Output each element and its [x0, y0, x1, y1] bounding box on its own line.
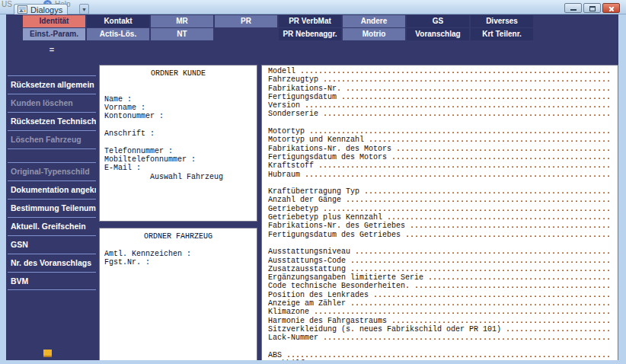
- tab-mr[interactable]: MR: [151, 15, 213, 27]
- sidebar-item-aktuell-greifschein[interactable]: Aktuell. Greifschein: [8, 217, 96, 235]
- detail-line: Getriebetyp plus Kennzahl ..............…: [268, 213, 618, 222]
- field-line: [104, 138, 257, 146]
- field-line: [104, 241, 257, 249]
- detail-line: Klimazone ..............................…: [268, 308, 618, 316]
- detail-line: Anzeige am Zähler ......................…: [268, 299, 618, 308]
- sidebar-item-original-typenschild: Original-Typenschild: [8, 162, 96, 180]
- window-title: Dialogys: [30, 5, 62, 14]
- detail-line: [268, 179, 618, 187]
- detail-line: Hubraum ................................…: [268, 171, 618, 179]
- detail-line: Fertigungsdatum des Getriebes ..........…: [268, 231, 618, 239]
- detail-line: Fabrikations-Nr. des Getriebes .........…: [268, 222, 618, 230]
- detail-line: Ausstattungsniveau .....................…: [268, 247, 618, 256]
- detail-line: Getriebetyp ............................…: [268, 205, 618, 213]
- detail-line: [268, 239, 618, 247]
- field-line: Kontonummer :: [104, 112, 257, 120]
- customer-fields: Name :Vorname :Kontonummer : Anschrift :…: [104, 78, 257, 181]
- status-indicator: [43, 350, 52, 357]
- field-line: [104, 78, 257, 86]
- tab-motrio[interactable]: Motrio: [343, 28, 405, 40]
- detail-line: Sitzverkleidung (s. neues Fabrikschild o…: [268, 325, 618, 334]
- vehicle-details-panel: Modell .................................…: [261, 65, 618, 360]
- field-line: E-Mail :: [104, 164, 257, 172]
- detail-line: Lack-Nummer ............................…: [268, 334, 618, 342]
- tab-row-1: IdentitätKontaktMRPRPR VerbMatAndereGSDi…: [23, 15, 533, 27]
- sidebar-item-nr-des-voranschlags[interactable]: Nr. des Voranschlags: [8, 254, 96, 272]
- detail-line: Harmonie des Fahrgastraums .............…: [268, 317, 618, 325]
- titlebar: US ? Help Dialogys ▼: [0, 0, 626, 14]
- detail-line: [268, 343, 618, 351]
- detail-line: Position des Lenkrades .................…: [268, 291, 618, 299]
- detail-line: Fertigungsdatum ........................…: [268, 93, 618, 101]
- detail-line: Modell .................................…: [268, 67, 618, 75]
- tab-gs[interactable]: GS: [407, 15, 469, 27]
- sidebar-collapse-handle[interactable]: =: [6, 45, 97, 54]
- client-area: IdentitätKontaktMRPRPR VerbMatAndereGSDi…: [6, 14, 618, 360]
- sidebar-item-kunden-loeschen: Kunden löschen: [8, 94, 96, 112]
- vehicle-folder-panel: ORDNER FAHRZEUG Amtl. Kennzeichen :Fgst.…: [99, 228, 257, 360]
- detail-line: Fabrikations-Nr. des Motors ............…: [268, 145, 618, 153]
- field-line: Auswahl Fahrzeug: [104, 173, 257, 181]
- field-line: [104, 121, 257, 129]
- field-line: Fgst.Nr. :: [104, 258, 257, 267]
- field-line: Anschrift :: [104, 129, 257, 138]
- detail-line: [268, 119, 618, 127]
- sidebar-item-bestimmung-teilenum[interactable]: Bestimmung Teilenum...: [8, 199, 96, 217]
- sidebar-spacer: [8, 148, 96, 162]
- sidebar: = Rücksetzen allgemeinKunden löschenRück…: [6, 14, 97, 360]
- minimize-icon: [570, 9, 576, 11]
- sidebar-item-ruecksetzen-technische[interactable]: Rücksetzen Technische ...: [8, 112, 96, 130]
- detail-line: Code technische Besonderheiten. ........…: [268, 282, 618, 290]
- tab-voranschlag[interactable]: Voranschlag: [407, 28, 469, 40]
- detail-line: Anzahl der Gänge .......................…: [268, 196, 618, 204]
- tab-pr-nebenaggr[interactable]: PR Nebenaggr.: [279, 28, 341, 40]
- sidebar-item-bvm[interactable]: BVM: [8, 272, 96, 290]
- customer-folder-panel: ORDNER KUNDE Name :Vorname :Kontonummer …: [99, 65, 257, 222]
- tab-andere[interactable]: Andere: [343, 15, 405, 27]
- field-line: Name :: [104, 95, 257, 104]
- title-dropdown-button[interactable]: ▼: [79, 4, 89, 14]
- detail-line: Sonderserie ............................…: [268, 110, 618, 118]
- window-controls: [564, 3, 620, 13]
- tab-pr-verbmat[interactable]: PR VerbMat: [279, 15, 341, 27]
- sidebar-item-dokumentation-angekre[interactable]: Dokumentation angekre...: [8, 180, 96, 199]
- maximize-icon: [589, 6, 596, 11]
- close-button[interactable]: [602, 3, 620, 13]
- app-title-tab: Dialogys: [14, 4, 68, 15]
- field-line: Amtl. Kennzeichen :: [104, 250, 257, 258]
- tab-row-2: Einst.-Param.Actis-Lös.NTPR Nebenaggr.Mo…: [23, 28, 533, 40]
- tab-pr[interactable]: PR: [215, 15, 277, 27]
- background-window-text: US: [2, 0, 12, 8]
- detail-line: Zusatzausstattung ......................…: [268, 265, 618, 273]
- sidebar-item-ruecksetzen-allgemein[interactable]: Rücksetzen allgemein: [8, 75, 96, 94]
- sidebar-item-gsn[interactable]: GSN: [8, 235, 96, 254]
- customer-panel-title: ORDNER KUNDE: [100, 69, 257, 78]
- detail-line: Fahrzeugtyp ............................…: [268, 75, 618, 84]
- sidebar-item-loeschen-fahrzeug: Löschen Fahrzeug: [8, 130, 96, 148]
- detail-line: Version ................................…: [268, 101, 618, 110]
- detail-line: Motortyp ...............................…: [268, 127, 618, 136]
- vehicle-panel-title: ORDNER FAHRZEUG: [100, 232, 257, 241]
- detail-line: Motortyp und Kennzahl ..................…: [268, 136, 618, 144]
- tab-krt-teilenr[interactable]: Krt Teilenr.: [471, 28, 533, 40]
- field-line: Vorname :: [104, 104, 257, 112]
- detail-line: Ergänzungsangaben limitierte Serie .....…: [268, 273, 618, 282]
- detail-line: Lenkhilfe ..............................…: [268, 359, 618, 360]
- detail-line: Ausstattungs-Code ......................…: [268, 257, 618, 265]
- field-line: [104, 87, 257, 95]
- detail-line: Fabrikations-Nr. .......................…: [268, 85, 618, 93]
- sidebar-menu: Rücksetzen allgemeinKunden löschenRückse…: [8, 75, 96, 290]
- detail-line: Kraftübertragung Typ ...................…: [268, 187, 618, 196]
- detail-line: Kraftstoff .............................…: [268, 161, 618, 170]
- minimize-button[interactable]: [564, 3, 582, 13]
- maximize-button[interactable]: [583, 3, 601, 13]
- tab-diverses[interactable]: Diverses: [471, 15, 533, 27]
- detail-line: ABS ....................................…: [268, 351, 618, 359]
- tab-nt[interactable]: NT: [151, 28, 213, 40]
- field-line: Mobiltelefonnummer :: [104, 155, 257, 164]
- dialogys-window: US ? Help Dialogys ▼: [0, 0, 626, 364]
- vehicle-fields: Amtl. Kennzeichen :Fgst.Nr. :: [104, 241, 257, 267]
- detail-line: Fertigungsdatum des Motors .............…: [268, 153, 618, 161]
- field-line: Telefonnummer :: [104, 147, 257, 155]
